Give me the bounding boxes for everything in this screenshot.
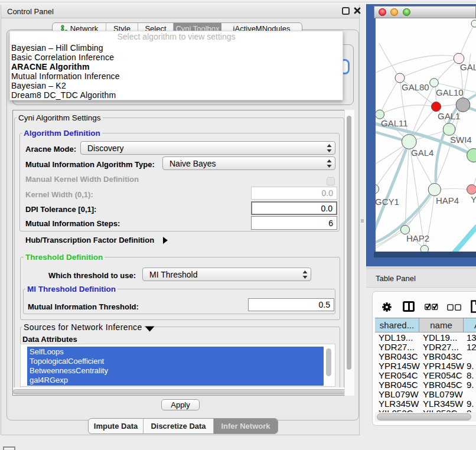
svg-text:HAP4: HAP4 xyxy=(436,195,459,206)
svg-text:Y: Y xyxy=(471,194,476,204)
svg-text:HAP2: HAP2 xyxy=(406,233,429,243)
svg-text:GAL2: GAL2 xyxy=(460,62,476,72)
svg-text:GAL1: GAL1 xyxy=(438,111,460,121)
svg-text:SWI4: SWI4 xyxy=(450,135,472,145)
svg-text:GAL4: GAL4 xyxy=(411,148,433,158)
svg-text:GAL10: GAL10 xyxy=(436,87,464,97)
svg-text:GCY1: GCY1 xyxy=(376,197,399,207)
svg-text:GAL80: GAL80 xyxy=(402,82,429,92)
svg-text:GAL11: GAL11 xyxy=(381,118,408,128)
